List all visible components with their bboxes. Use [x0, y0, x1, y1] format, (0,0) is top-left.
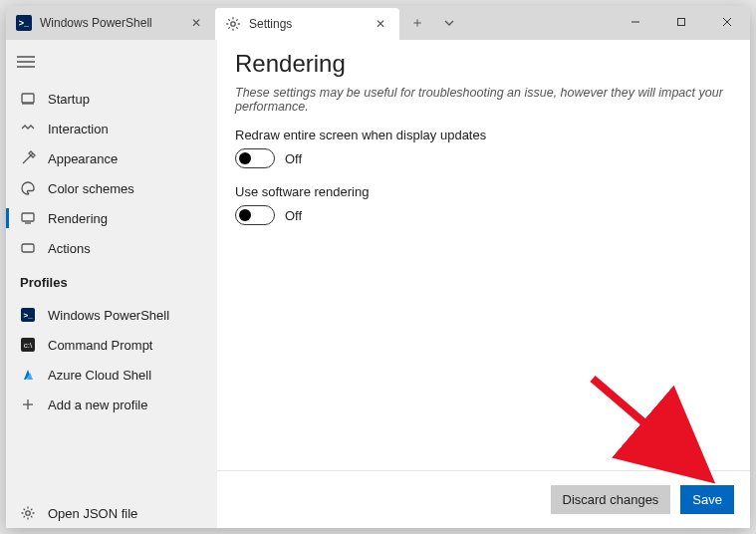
- cmd-icon: c:\: [20, 337, 36, 353]
- toggle-state: Off: [285, 151, 302, 166]
- sidebar-item-appearance[interactable]: Appearance: [6, 143, 217, 173]
- gear-icon: [20, 505, 36, 521]
- profile-item-label: Windows PowerShell: [48, 308, 169, 323]
- interaction-icon: [20, 121, 36, 136]
- discard-changes-button[interactable]: Discard changes: [551, 485, 671, 514]
- close-window-button[interactable]: [704, 6, 750, 38]
- setting-label: Use software rendering: [235, 184, 732, 199]
- svg-rect-2: [678, 19, 685, 26]
- svg-rect-10: [22, 213, 34, 221]
- profile-item-add[interactable]: Add a new profile: [6, 390, 217, 419]
- window-buttons: [613, 6, 750, 38]
- sidebar-item-interaction[interactable]: Interaction: [6, 114, 217, 143]
- toggle-software-rendering[interactable]: [235, 205, 275, 225]
- sidebar-item-label: Appearance: [48, 151, 118, 166]
- maximize-button[interactable]: [658, 6, 704, 38]
- setting-redraw: Redraw entire screen when display update…: [235, 128, 732, 168]
- page-title: Rendering: [235, 50, 732, 78]
- setting-label: Redraw entire screen when display update…: [235, 128, 732, 142]
- sidebar-item-label: Startup: [48, 92, 90, 107]
- powershell-icon: >_: [16, 15, 32, 31]
- tab-label: Windows PowerShell: [40, 16, 152, 30]
- new-tab-button[interactable]: ＋: [403, 9, 431, 37]
- profile-item-azure[interactable]: Azure Cloud Shell: [6, 360, 217, 390]
- sidebar-item-label: Interaction: [48, 122, 109, 136]
- sidebar-item-actions[interactable]: Actions: [6, 233, 217, 263]
- settings-gear-icon: [225, 16, 241, 32]
- sidebar-item-rendering[interactable]: Rendering: [6, 203, 217, 233]
- sidebar-item-color-schemes[interactable]: Color schemes: [6, 173, 217, 203]
- minimize-button[interactable]: [613, 6, 658, 38]
- footer-bar: Discard changes Save: [217, 470, 750, 528]
- open-json-label: Open JSON file: [48, 506, 137, 521]
- profile-item-cmd[interactable]: c:\ Command Prompt: [6, 330, 217, 360]
- profiles-header: Profiles: [6, 263, 217, 296]
- svg-point-0: [231, 22, 235, 26]
- setting-software-rendering: Use software rendering Off: [235, 184, 732, 225]
- profile-item-label: Azure Cloud Shell: [48, 368, 151, 383]
- toggle-knob: [239, 209, 251, 221]
- settings-page: Rendering These settings may be useful f…: [217, 40, 750, 241]
- page-subtitle: These settings may be useful for trouble…: [235, 86, 732, 114]
- sidebar-item-label: Color schemes: [48, 181, 134, 196]
- toggle-knob: [239, 152, 251, 164]
- appearance-icon: [20, 150, 36, 166]
- startup-icon: [20, 91, 36, 107]
- profiles-section: >_ Windows PowerShell c:\ Command Prompt…: [6, 296, 217, 419]
- title-bar: >_ Windows PowerShell ✕ Settings ✕ ＋: [6, 6, 750, 40]
- tab-powershell[interactable]: >_ Windows PowerShell ✕: [6, 6, 215, 40]
- profile-item-label: Command Prompt: [48, 338, 152, 353]
- tab-settings[interactable]: Settings ✕: [215, 8, 399, 40]
- powershell-icon: >_: [20, 307, 36, 323]
- palette-icon: [20, 180, 36, 196]
- profile-item-label: Add a new profile: [48, 398, 147, 412]
- close-tab-icon[interactable]: ✕: [372, 15, 389, 33]
- azure-icon: [20, 367, 36, 383]
- save-button[interactable]: Save: [680, 485, 734, 514]
- new-tab-area: ＋: [399, 6, 463, 40]
- actions-icon: [20, 240, 36, 256]
- hamburger-menu-icon[interactable]: [6, 44, 46, 80]
- toggle-redraw[interactable]: [235, 148, 275, 168]
- new-tab-dropdown-icon[interactable]: [435, 9, 463, 37]
- app-window: >_ Windows PowerShell ✕ Settings ✕ ＋: [6, 6, 750, 528]
- sidebar: Startup Interaction Appearance Color sch…: [6, 40, 217, 528]
- close-tab-icon[interactable]: ✕: [187, 14, 205, 32]
- svg-rect-8: [22, 94, 34, 103]
- sidebar-item-startup[interactable]: Startup: [6, 84, 217, 114]
- nav-section: Startup Interaction Appearance Color sch…: [6, 80, 217, 263]
- content-area: Rendering These settings may be useful f…: [217, 40, 750, 528]
- profile-item-powershell[interactable]: >_ Windows PowerShell: [6, 300, 217, 330]
- sidebar-item-label: Actions: [48, 241, 91, 256]
- rendering-icon: [20, 210, 36, 226]
- app-body: Startup Interaction Appearance Color sch…: [6, 40, 750, 528]
- sidebar-item-label: Rendering: [48, 211, 108, 226]
- tab-label: Settings: [249, 17, 292, 31]
- toggle-state: Off: [285, 208, 302, 223]
- svg-rect-12: [22, 244, 34, 252]
- open-json-file[interactable]: Open JSON file: [6, 498, 217, 528]
- svg-point-20: [26, 511, 30, 515]
- plus-icon: [20, 397, 36, 412]
